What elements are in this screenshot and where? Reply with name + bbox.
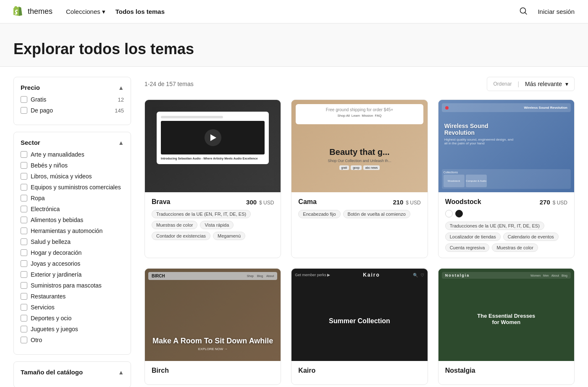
navbar: themes Colecciones ▾ Todos los temas Ini… xyxy=(0,0,588,24)
sector-checkbox[interactable] xyxy=(21,326,27,332)
sector-checkbox[interactable] xyxy=(21,195,27,201)
sector-item: Arte y manualidades xyxy=(21,151,124,158)
results-count: 1-24 de 157 temas xyxy=(144,81,194,87)
theme-name-price: Woodstock 270 $ USD xyxy=(445,198,567,206)
search-button[interactable] xyxy=(517,5,529,18)
sector-label: Joyas y accesorios xyxy=(31,260,80,267)
catalog-filter-title: Tamaño del catálogo xyxy=(21,369,83,376)
theme-card[interactable]: Get member perks ▶ Kairo 🔍 ♡ Summer Coll… xyxy=(291,268,428,385)
logo-link[interactable]: themes xyxy=(13,6,52,18)
theme-info: Nostalgia xyxy=(438,361,574,384)
theme-tag: Botón de vuelta al comienzo xyxy=(343,210,410,218)
theme-grid: Introducing Sebastian Audio - Where Arti… xyxy=(144,99,575,385)
theme-name-price: Birch xyxy=(152,367,274,374)
navbar-actions: Iniciar sesión xyxy=(517,5,575,18)
price-filter-section: Precio ▲ Gratis 12 De pago 145 xyxy=(13,77,131,125)
theme-name: Kairo xyxy=(298,367,315,374)
sector-label: Alimentos y bebidas xyxy=(31,217,83,223)
sector-checkbox[interactable] xyxy=(21,206,27,212)
sector-item: Salud y belleza xyxy=(21,238,124,245)
theme-name: Birch xyxy=(152,367,169,374)
sector-item: Servicios xyxy=(21,304,124,311)
theme-price: 300 $ USD xyxy=(246,199,274,206)
sector-checkbox[interactable] xyxy=(21,271,27,278)
color-swatch[interactable] xyxy=(455,210,463,217)
main-content: Precio ▲ Gratis 12 De pago 145 S xyxy=(0,67,588,387)
price-currency: $ USD xyxy=(553,200,567,206)
catalog-filter-header[interactable]: Tamaño del catálogo ▲ xyxy=(21,369,124,376)
theme-info: Woodstock 270 $ USD Traducciones de la U… xyxy=(438,192,574,258)
sector-label: Electrónica xyxy=(31,206,60,212)
theme-image: Free ground shipping for order $45+ Shop… xyxy=(291,100,427,192)
sector-label: Ropa xyxy=(31,195,45,201)
sector-checkbox[interactable] xyxy=(21,151,27,158)
sort-value: Más relevante xyxy=(525,81,562,87)
sector-item: Joyas y accesorios xyxy=(21,260,124,267)
gratis-label: Gratis xyxy=(31,96,46,103)
search-icon xyxy=(519,7,528,15)
catalog-chevron-icon: ▲ xyxy=(118,369,124,376)
sort-dropdown[interactable]: Ordenar | Más relevante ▾ xyxy=(487,77,575,91)
theme-card[interactable]: Wireless Sound Revolution Wireless Sound… xyxy=(438,99,575,258)
sidebar: Precio ▲ Gratis 12 De pago 145 S xyxy=(13,77,131,387)
sector-checkbox[interactable] xyxy=(21,249,27,256)
sector-checkbox[interactable] xyxy=(21,184,27,191)
theme-card[interactable]: BIRCH ShopBlogAbout Make A Room To Sit D… xyxy=(144,268,281,385)
theme-info: Birch xyxy=(145,361,281,384)
gratis-count: 12 xyxy=(118,97,124,103)
theme-tags: Traducciones de la UE (EN, FR, IT, DE, E… xyxy=(445,222,567,252)
sector-item: Electrónica xyxy=(21,206,124,212)
sector-label: Juguetes y juegos xyxy=(31,326,78,332)
theme-image: Introducing Sebastian Audio - Where Arti… xyxy=(145,100,281,192)
theme-name: Woodstock xyxy=(445,198,481,206)
sector-label: Restaurantes xyxy=(31,293,66,300)
depago-count: 145 xyxy=(115,107,124,114)
gratis-checkbox[interactable] xyxy=(21,96,27,103)
theme-card[interactable]: Introducing Sebastian Audio - Where Arti… xyxy=(144,99,281,258)
sector-checkbox[interactable] xyxy=(21,337,27,343)
sector-checkbox[interactable] xyxy=(21,282,27,289)
theme-tag: Muestras de color xyxy=(152,221,197,229)
sector-checkbox[interactable] xyxy=(21,260,27,267)
sector-checkbox[interactable] xyxy=(21,304,27,311)
sector-item: Libros, música y videos xyxy=(21,173,124,180)
theme-card[interactable]: Free ground shipping for order $45+ Shop… xyxy=(291,99,428,258)
theme-tags: Traducciones de la UE (EN, FR, IT, DE, E… xyxy=(152,210,274,240)
theme-tag: Vista rápida xyxy=(200,221,234,229)
theme-tags: Encabezado fijoBotón de vuelta al comien… xyxy=(298,210,420,218)
sector-item: Juguetes y juegos xyxy=(21,326,124,332)
theme-card[interactable]: Nostalgia WomenMenAboutBlog The Essentia… xyxy=(438,268,575,385)
sector-checkbox[interactable] xyxy=(21,162,27,169)
color-swatch[interactable] xyxy=(445,210,453,217)
theme-name: Cama xyxy=(298,198,317,206)
theme-tag: Cuenta regresiva xyxy=(445,243,490,252)
theme-image: Get member perks ▶ Kairo 🔍 ♡ Summer Coll… xyxy=(291,269,427,361)
logo-text: themes xyxy=(28,7,52,16)
sector-item: Restaurantes xyxy=(21,293,124,300)
sector-checkbox[interactable] xyxy=(21,227,27,234)
price-filter-header[interactable]: Precio ▲ xyxy=(21,84,124,91)
sector-checkbox[interactable] xyxy=(21,238,27,245)
price-chevron-icon: ▲ xyxy=(118,84,124,91)
sector-filter-title: Sector xyxy=(21,139,40,146)
sort-chevron-icon: ▾ xyxy=(565,81,568,87)
sector-checkbox[interactable] xyxy=(21,315,27,322)
sector-label: Herramientas y automoción xyxy=(31,227,102,234)
all-themes-link[interactable]: Todos los temas xyxy=(116,8,165,15)
theme-info: Cama 210 $ USD Encabezado fijoBotón de v… xyxy=(291,192,427,224)
sector-checkbox[interactable] xyxy=(21,293,27,300)
theme-price: 210 $ USD xyxy=(393,199,420,206)
price-amount: 210 xyxy=(393,199,403,206)
all-themes-label: Todos los temas xyxy=(116,8,165,15)
sector-checkbox[interactable] xyxy=(21,173,27,180)
collections-link[interactable]: Colecciones ▾ xyxy=(66,8,105,16)
chevron-down-icon: ▾ xyxy=(102,8,105,16)
hero-section: Explorar todos los temas xyxy=(0,24,588,67)
depago-checkbox[interactable] xyxy=(21,107,27,114)
price-amount: 300 xyxy=(246,199,257,206)
sector-filter-header[interactable]: Sector ▲ xyxy=(21,139,124,146)
sector-checkbox[interactable] xyxy=(21,217,27,223)
signin-link[interactable]: Iniciar sesión xyxy=(538,8,575,15)
sector-chevron-icon: ▲ xyxy=(118,139,124,146)
theme-tag: Megamenú xyxy=(213,232,245,240)
